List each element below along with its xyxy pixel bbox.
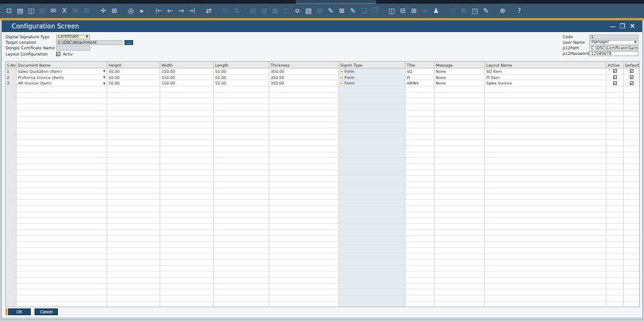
print-icon[interactable]: ▤ — [15, 6, 25, 16]
find-icon[interactable]: ◎ — [126, 6, 136, 16]
cell-default[interactable]: ✔ — [624, 68, 640, 74]
digital-signature-type-select[interactable]: Certificate ▼ — [56, 35, 90, 39]
active-checkbox[interactable]: ✔ — [613, 81, 617, 85]
user-name-select[interactable]: manager ▼ — [589, 40, 638, 45]
chart-arrow-icon[interactable]: ◳ — [470, 6, 480, 16]
chevron-down-icon[interactable]: ▼ — [103, 81, 105, 85]
code-input[interactable]: 1 — [589, 35, 638, 39]
cell-sno[interactable]: 3 — [6, 80, 17, 86]
default-checkbox[interactable]: ✔ — [630, 81, 634, 85]
cell-layout_name[interactable]: Sales Invoice — [485, 80, 606, 86]
refresh-icon[interactable]: ⇄ — [203, 6, 214, 16]
browse-button[interactable]: ... — [124, 40, 133, 45]
cell-length[interactable]: 55.00 — [214, 75, 269, 80]
restore-icon[interactable]: ❐ — [618, 23, 627, 30]
column-header-length[interactable]: Length — [214, 62, 269, 68]
cell-sno[interactable]: 2 — [6, 75, 17, 80]
print-preview-icon[interactable]: ⊡ — [4, 6, 14, 16]
cell-signin_type[interactable]: ➡Form — [339, 80, 406, 86]
calculator-icon[interactable]: ⊞ — [409, 6, 419, 16]
column-header-layout_name[interactable]: Layout Name — [485, 62, 606, 68]
cell-length[interactable]: 55.00 — [214, 68, 269, 74]
cell-title[interactable]: SQ — [406, 68, 434, 74]
ok-button[interactable]: OK — [8, 308, 31, 315]
journal-icon[interactable]: ▧ — [303, 6, 314, 16]
link-arrow-icon[interactable]: ➡ — [340, 69, 343, 73]
active-checkbox[interactable]: ✔ — [613, 75, 617, 79]
p12password-input[interactable]: 12345678 — [589, 51, 638, 56]
cell-signin_type[interactable]: ➡Form — [339, 68, 406, 74]
cell-width[interactable]: 150.00 — [160, 80, 214, 86]
doc-lock-icon[interactable]: ⊠ — [336, 6, 347, 16]
last-record-icon[interactable]: →| — [187, 6, 197, 16]
cell-document_name[interactable]: Proforma Invoice (Item)▼ — [17, 75, 107, 80]
chevron-down-icon[interactable]: ▼ — [103, 69, 105, 73]
goto-record-icon[interactable]: ▸ — [137, 6, 147, 16]
previous-record-icon[interactable]: ← — [165, 6, 175, 16]
column-header-width[interactable]: Width — [160, 62, 214, 68]
column-header-default[interactable]: Default — [624, 62, 640, 68]
activ-checkbox[interactable]: ✔ — [56, 52, 60, 56]
cell-length[interactable]: 55.00 — [214, 80, 269, 86]
cell-width[interactable]: 150.00 — [160, 68, 214, 74]
edit-pencil-icon[interactable]: ✎ — [325, 6, 336, 16]
cell-active[interactable]: ✔ — [606, 80, 624, 86]
doc-edit-icon[interactable]: ✎ — [348, 6, 358, 16]
cell-active[interactable]: ✔ — [606, 68, 624, 74]
cell-message[interactable]: None — [434, 75, 485, 80]
pan-move-icon[interactable]: ✛ — [98, 6, 108, 16]
cell-signin_type[interactable]: ➡Form — [339, 75, 406, 80]
cell-thickness[interactable]: 350.00 — [269, 68, 339, 74]
default-checkbox[interactable]: ✔ — [630, 75, 634, 79]
target-location-input[interactable]: C:\DSC\Attachment — [56, 40, 123, 45]
first-record-icon[interactable]: |← — [153, 6, 164, 16]
column-header-sno[interactable]: S.No — [6, 62, 17, 68]
cell-default[interactable]: ✔ — [624, 80, 640, 86]
cell-active[interactable]: ✔ — [606, 75, 624, 80]
cell-height[interactable]: 50.00 — [107, 80, 160, 86]
cell-layout_name[interactable]: SQ Item — [485, 68, 606, 74]
link-arrow-icon[interactable]: ➡ — [340, 81, 343, 85]
export-excel-icon[interactable]: X — [59, 6, 70, 16]
cancel-button[interactable]: Cancel — [35, 308, 58, 315]
print-layout-icon[interactable]: ◫ — [26, 6, 36, 16]
cell-height[interactable]: 50.00 — [107, 75, 160, 80]
cell-message[interactable]: None — [434, 80, 485, 86]
next-record-icon[interactable]: → — [176, 6, 186, 16]
cell-title[interactable]: PI — [406, 75, 434, 80]
default-checkbox[interactable]: ✔ — [630, 69, 634, 73]
help-icon[interactable]: ? — [514, 6, 524, 16]
cell-width[interactable]: 150.00 — [160, 75, 214, 80]
cell-thickness[interactable]: 350.00 — [269, 80, 339, 86]
cell-sno[interactable]: 1 — [6, 68, 17, 74]
window-titlebar[interactable]: Configuration Screen — ❐ ✕ — [2, 20, 642, 32]
cell-message[interactable]: None — [434, 68, 485, 74]
chevron-down-icon[interactable]: ▼ — [103, 75, 105, 79]
column-header-message[interactable]: Message — [434, 62, 485, 68]
user-icon[interactable]: ♟ — [431, 6, 441, 16]
column-header-active[interactable]: Active — [606, 62, 624, 68]
email-icon[interactable]: ✉ — [48, 6, 59, 16]
column-header-height[interactable]: Height — [107, 62, 160, 68]
cell-height[interactable]: 50.00 — [107, 68, 160, 74]
doc-sign-icon[interactable]: ✎ — [481, 6, 491, 16]
p12path-input[interactable]: C:\DSC\Certificate\Santos — [589, 46, 638, 51]
link-arrow-icon[interactable]: ➡ — [340, 75, 343, 80]
payment-means-icon[interactable]: ◫ — [386, 6, 397, 16]
column-header-document_name[interactable]: Document Name — [17, 62, 107, 68]
clipboard-lock-icon[interactable]: ⊞ — [109, 6, 120, 16]
dongle-certificate-input[interactable] — [56, 46, 90, 51]
minimize-icon[interactable]: — — [608, 23, 618, 30]
cell-document_name[interactable]: Sales Quotation (Item)▼ — [17, 68, 107, 74]
cell-layout_name[interactable]: PI Item — [485, 75, 606, 80]
column-header-thickness[interactable]: Thickness — [269, 62, 339, 68]
scale-icon[interactable]: ≎ — [292, 6, 303, 16]
close-icon[interactable]: ✕ — [627, 22, 637, 30]
cell-default[interactable]: ✔ — [624, 75, 640, 80]
payment-wizard-icon[interactable]: ⊟ — [397, 6, 408, 16]
cell-document_name[interactable]: AR Invoice (Item)▼ — [17, 80, 107, 86]
column-header-signin_type[interactable]: SignIn Type — [339, 62, 406, 68]
globe-icon[interactable]: ⊕ — [497, 6, 508, 16]
cell-title[interactable]: ARINV — [406, 80, 434, 86]
column-header-title[interactable]: Title — [406, 62, 434, 68]
